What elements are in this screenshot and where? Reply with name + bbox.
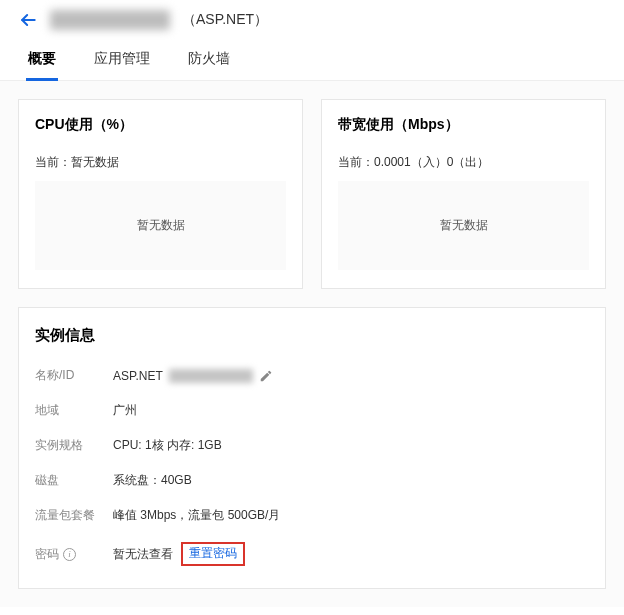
info-label-traffic: 流量包套餐 (35, 507, 113, 524)
tab-apps[interactable]: 应用管理 (92, 42, 152, 80)
bw-nodata-text: 暂无数据 (440, 217, 488, 234)
instance-type-label: （ASP.NET） (182, 11, 268, 29)
back-arrow-icon[interactable] (18, 10, 38, 30)
info-label-password: 密码 (35, 546, 59, 563)
instance-info-title: 实例信息 (35, 326, 589, 345)
bw-current-label: 当前： (338, 155, 374, 169)
info-row-name: 名称/ID ASP.NET (35, 367, 589, 384)
info-name-prefix: ASP.NET (113, 369, 163, 383)
info-row-spec: 实例规格 CPU: 1核 内存: 1GB (35, 437, 589, 454)
info-value-disk: 系统盘：40GB (113, 472, 192, 489)
info-icon[interactable]: i (63, 548, 76, 561)
info-name-blurred (169, 369, 253, 383)
info-label-spec: 实例规格 (35, 437, 113, 454)
info-label-name: 名称/ID (35, 367, 113, 384)
tab-overview[interactable]: 概要 (26, 42, 58, 80)
instance-info-card: 实例信息 名称/ID ASP.NET 地域 广州 实例规格 CPU: 1核 内存… (18, 307, 606, 589)
cpu-nodata-text: 暂无数据 (137, 217, 185, 234)
instance-name-blurred (50, 10, 170, 30)
cpu-current-row: 当前：暂无数据 (35, 154, 286, 171)
info-value-spec: CPU: 1核 内存: 1GB (113, 437, 222, 454)
cpu-nodata-box: 暂无数据 (35, 181, 286, 270)
tab-bar: 概要 应用管理 防火墙 (0, 42, 624, 81)
info-value-region: 广州 (113, 402, 137, 419)
info-value-password: 暂无法查看 (113, 546, 173, 563)
info-row-password: 密码 i 暂无法查看 重置密码 (35, 542, 589, 566)
info-row-region: 地域 广州 (35, 402, 589, 419)
cpu-panel-title: CPU使用（%） (35, 116, 286, 134)
bandwidth-usage-panel: 带宽使用（Mbps） 当前：0.0001（入）0（出） 暂无数据 (321, 99, 606, 289)
reset-password-highlight: 重置密码 (181, 542, 245, 566)
info-row-disk: 磁盘 系统盘：40GB (35, 472, 589, 489)
cpu-current-label: 当前： (35, 155, 71, 169)
info-value-traffic: 峰值 3Mbps，流量包 500GB/月 (113, 507, 280, 524)
info-label-disk: 磁盘 (35, 472, 113, 489)
reset-password-link[interactable]: 重置密码 (189, 546, 237, 560)
info-label-region: 地域 (35, 402, 113, 419)
info-row-traffic: 流量包套餐 峰值 3Mbps，流量包 500GB/月 (35, 507, 589, 524)
cpu-usage-panel: CPU使用（%） 当前：暂无数据 暂无数据 (18, 99, 303, 289)
bw-nodata-box: 暂无数据 (338, 181, 589, 270)
edit-name-icon[interactable] (259, 369, 273, 383)
bw-current-row: 当前：0.0001（入）0（出） (338, 154, 589, 171)
cpu-current-value: 暂无数据 (71, 155, 119, 169)
bw-panel-title: 带宽使用（Mbps） (338, 116, 589, 134)
tab-firewall[interactable]: 防火墙 (186, 42, 232, 80)
bw-current-value: 0.0001（入）0（出） (374, 155, 489, 169)
